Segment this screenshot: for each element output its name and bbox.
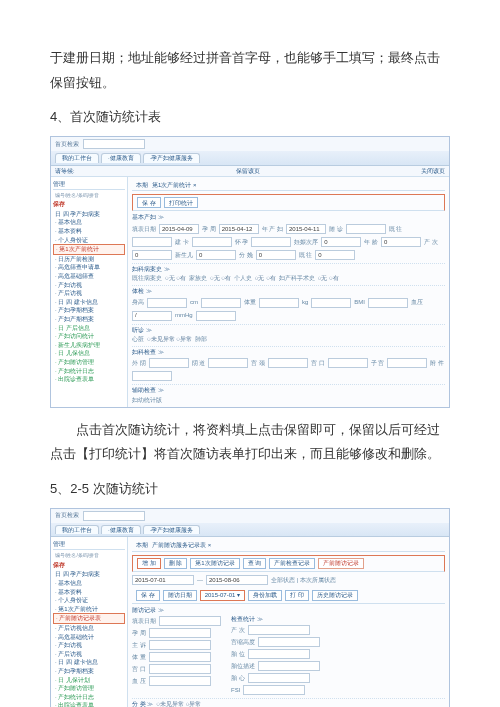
field-input[interactable] [201, 298, 241, 308]
action-button[interactable]: 随访日期 [163, 590, 197, 601]
tree-item[interactable]: · 产妇随访管理 [53, 358, 125, 367]
tree-item[interactable]: · 日 儿保信息 [53, 349, 125, 358]
radio-group[interactable]: ○无 ○有 [210, 275, 231, 282]
field-input[interactable] [243, 685, 305, 695]
toolbar-button[interactable]: 产前随访记录 [318, 558, 364, 569]
field-input[interactable] [251, 237, 291, 247]
field-input[interactable] [149, 664, 211, 674]
field-input[interactable]: 2015-04-11 [286, 224, 326, 234]
tree-item[interactable]: 日 四 孕产妇病案 [53, 210, 125, 219]
tree-item[interactable]: · 出院诊查表单 [53, 701, 125, 707]
toolbar-button[interactable]: 保 存 [137, 197, 161, 208]
crumb[interactable]: 第1次产前统计 × [152, 182, 197, 189]
radio-group[interactable]: ○无 ○有 [165, 275, 186, 282]
tab[interactable]: ·健康教育 [101, 153, 141, 163]
action-button[interactable]: 2015-07-01 ▾ [200, 590, 245, 601]
date-links[interactable]: 全部状态 | 本次所属状态 [271, 577, 336, 584]
toolbar-button[interactable]: 第1次随访记录 [190, 558, 239, 569]
field-input[interactable] [248, 625, 310, 635]
field-input[interactable] [149, 652, 211, 662]
tree-item[interactable]: · 第1次产前统计 [53, 244, 125, 255]
field-input[interactable]: / [132, 311, 172, 321]
tree-item[interactable]: 日 四 孕产妇病案 [53, 570, 125, 579]
field-input[interactable]: 0 [321, 237, 361, 247]
tree-item[interactable]: · 日 儿保计划 [53, 676, 125, 685]
tree-item[interactable]: · 产妇产期档案 [53, 315, 125, 324]
field-input[interactable] [258, 637, 320, 647]
field-input[interactable]: 0 [132, 250, 172, 260]
field-input[interactable] [149, 676, 211, 686]
tree-item[interactable]: · 新生儿疾病护理 [53, 341, 125, 350]
tree-item[interactable]: · 产妇孕期档案 [53, 306, 125, 315]
field-input[interactable]: 0 [381, 237, 421, 247]
tree-item[interactable]: · 出院诊查表单 [53, 375, 125, 384]
field-input[interactable] [149, 358, 189, 368]
field-input[interactable] [259, 298, 299, 308]
tree-item[interactable]: · 日 四 建卡信息 [53, 658, 125, 667]
tab[interactable]: 我的工作台 [55, 525, 99, 535]
toolbar-button[interactable]: 查 询 [243, 558, 267, 569]
radio-group[interactable]: ○未见异常 ○异常 [147, 336, 192, 343]
toolbar-button[interactable]: 产前检查记录 [269, 558, 315, 569]
field-input[interactable] [328, 358, 368, 368]
tree-item[interactable]: · 第1次产前统计 [53, 605, 125, 614]
field-input[interactable] [368, 298, 408, 308]
field-input[interactable]: 0 [256, 250, 296, 260]
radio-group[interactable]: ○无 ○有 [318, 275, 339, 282]
field-input[interactable] [346, 224, 386, 234]
toolbar-button[interactable]: 打印统计 [164, 197, 198, 208]
tree-item[interactable]: · 产妇孕期档案 [53, 667, 125, 676]
crumb[interactable]: 产前随访服务记录表 × [152, 542, 211, 549]
header-link[interactable]: 请等候: [55, 168, 75, 174]
tree-item[interactable]: · 产妇统计日志 [53, 367, 125, 376]
field-input[interactable] [147, 298, 187, 308]
tree-item[interactable]: · 产后访视 [53, 289, 125, 298]
tree-item[interactable]: · 产后访视 [53, 650, 125, 659]
nav-tree-2[interactable]: 管理 编号/姓名/条码/拼音 保存 日 四 孕产妇病案· 基本信息· 基本资料·… [51, 537, 128, 707]
tab[interactable]: ·孕产妇健康服务 [143, 525, 201, 535]
tab[interactable]: ·健康教育 [101, 525, 141, 535]
tree-item[interactable]: · 产妇统计日志 [53, 693, 125, 702]
tree-item[interactable]: · 基本信息 [53, 218, 125, 227]
tree-item[interactable]: · 日 产后信息 [53, 324, 125, 333]
tree-item[interactable]: · 产妇访视 [53, 281, 125, 290]
field-input[interactable] [132, 237, 172, 247]
action-button[interactable]: 历史随访记录 [312, 590, 358, 601]
tree-item[interactable]: · 基本资料 [53, 588, 125, 597]
field-input[interactable]: 0 [196, 250, 236, 260]
tree-item[interactable]: · 个人身份证 [53, 596, 125, 605]
tree-item[interactable]: · 日历产前检测 [53, 255, 125, 264]
field-input[interactable] [387, 358, 427, 368]
field-input[interactable] [248, 673, 310, 683]
action-button[interactable]: 身份加载 [248, 590, 282, 601]
field-input[interactable] [196, 311, 236, 321]
tree-item[interactable]: · 基本资料 [53, 227, 125, 236]
date-to[interactable]: 2015-08-06 [206, 575, 268, 585]
crumb[interactable]: 本期 [136, 182, 148, 189]
tab[interactable]: ·孕产妇健康服务 [143, 153, 201, 163]
field-input[interactable] [132, 371, 172, 381]
radio-group[interactable]: ○无 ○有 [255, 275, 276, 282]
header-link[interactable]: 关闭该页 [421, 168, 445, 174]
category-options[interactable]: ○未见异常 ○异常 [156, 701, 201, 707]
header-link[interactable]: 保留该页 [236, 168, 260, 174]
search-input-2[interactable] [83, 511, 145, 521]
tree-item[interactable]: · 个人身份证 [53, 236, 125, 245]
date-from[interactable]: 2015-07-01 [132, 575, 194, 585]
action-button[interactable]: 打 印 [285, 590, 309, 601]
tree-item[interactable]: · 高危筛查申请单 [53, 263, 125, 272]
tab[interactable]: 我的工作台 [55, 153, 99, 163]
tree-item[interactable]: · 产后访视信息 [53, 624, 125, 633]
field-input[interactable] [159, 616, 221, 626]
tree-item[interactable]: · 日 四 建卡信息 [53, 298, 125, 307]
toolbar-button[interactable]: 增 加 [137, 558, 161, 569]
field-input[interactable] [192, 237, 232, 247]
field-input[interactable] [248, 649, 310, 659]
tree-item[interactable]: · 产妇随访管理 [53, 684, 125, 693]
field-input[interactable]: 2015-04-09 [159, 224, 199, 234]
tree-item[interactable]: · 产妇访问统计 [53, 332, 125, 341]
field-input[interactable] [208, 358, 248, 368]
field-input[interactable]: 0 [315, 250, 355, 260]
search-input[interactable] [83, 139, 145, 149]
field-input[interactable]: 2015-04-12 [219, 224, 259, 234]
